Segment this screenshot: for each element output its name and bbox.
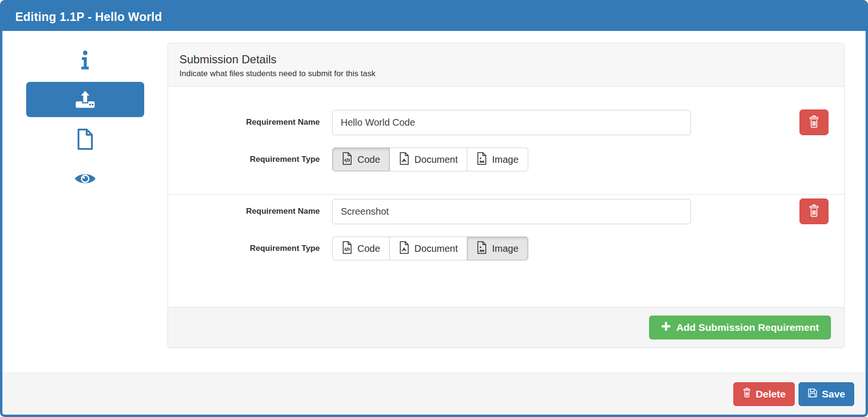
requirement-name-label: Requirement Name xyxy=(168,207,332,216)
type-image-label: Image xyxy=(492,154,519,165)
panel-subtitle: Indicate what files students need to sub… xyxy=(179,69,833,79)
file-image-icon xyxy=(476,241,487,257)
sidebar-item-document[interactable] xyxy=(26,121,144,157)
panel-heading: Submission Details Indicate what files s… xyxy=(168,43,844,87)
delete-button-label: Delete xyxy=(756,388,786,400)
sidebar-item-preview[interactable] xyxy=(26,161,144,196)
trash-icon xyxy=(808,115,820,130)
save-task-button[interactable]: Save xyxy=(799,382,854,406)
requirement-name-input[interactable] xyxy=(332,110,691,135)
trash-icon xyxy=(808,204,820,219)
panel-footer: Add Submission Requirement xyxy=(168,307,844,348)
type-code-label: Code xyxy=(357,154,380,165)
type-code-button[interactable]: Code xyxy=(332,237,390,260)
type-document-button[interactable]: Document xyxy=(389,148,467,171)
type-code-button[interactable]: Code xyxy=(332,148,390,171)
plus-icon xyxy=(661,321,671,334)
sidebar-item-info[interactable] xyxy=(26,42,144,78)
delete-requirement-button[interactable] xyxy=(799,199,829,224)
edit-task-modal: Editing 1.1P - Hello World xyxy=(0,0,868,417)
requirement-type-label: Requirement Type xyxy=(168,155,332,164)
info-icon xyxy=(81,50,89,70)
file-image-icon xyxy=(476,152,487,168)
panel-title: Submission Details xyxy=(179,53,833,66)
save-button-label: Save xyxy=(822,388,845,400)
add-submission-requirement-button[interactable]: Add Submission Requirement xyxy=(649,316,831,339)
submission-details-panel: Submission Details Indicate what files s… xyxy=(168,43,845,348)
sidebar-nav xyxy=(2,31,168,373)
file-icon xyxy=(76,128,94,150)
requirement-type-group: Code xyxy=(332,237,528,260)
delete-task-button[interactable]: Delete xyxy=(733,382,795,406)
requirement-name-label: Requirement Name xyxy=(168,118,332,127)
upload-icon xyxy=(74,89,97,109)
modal-footer: Delete Save xyxy=(2,373,866,415)
file-pdf-icon xyxy=(399,152,410,168)
modal-body: Submission Details Indicate what files s… xyxy=(2,31,866,373)
eye-icon xyxy=(74,172,96,186)
requirement-name-input[interactable] xyxy=(332,199,691,224)
type-document-label: Document xyxy=(414,243,458,254)
type-document-button[interactable]: Document xyxy=(389,237,467,260)
add-button-label: Add Submission Requirement xyxy=(676,322,819,333)
modal-title: Editing 1.1P - Hello World xyxy=(15,10,162,24)
panel-container: Submission Details Indicate what files s… xyxy=(168,31,866,373)
requirement-block: Requirement Name xyxy=(168,194,844,307)
type-code-label: Code xyxy=(357,243,380,254)
type-document-label: Document xyxy=(414,154,458,165)
file-code-icon xyxy=(342,152,353,168)
type-image-button[interactable]: Image xyxy=(467,237,528,260)
file-pdf-icon xyxy=(399,241,410,257)
panel-body: Requirement Name xyxy=(168,87,844,307)
file-code-icon xyxy=(342,241,353,257)
type-image-button[interactable]: Image xyxy=(467,148,528,171)
type-image-label: Image xyxy=(492,243,519,254)
sidebar-item-submission[interactable] xyxy=(26,82,144,117)
trash-icon xyxy=(742,387,751,400)
save-icon xyxy=(808,388,818,400)
requirement-block: Requirement Name xyxy=(168,87,844,194)
modal-header: Editing 1.1P - Hello World xyxy=(2,2,866,31)
requirement-type-group: Code xyxy=(332,148,528,171)
delete-requirement-button[interactable] xyxy=(799,109,829,135)
requirement-type-label: Requirement Type xyxy=(168,244,332,253)
